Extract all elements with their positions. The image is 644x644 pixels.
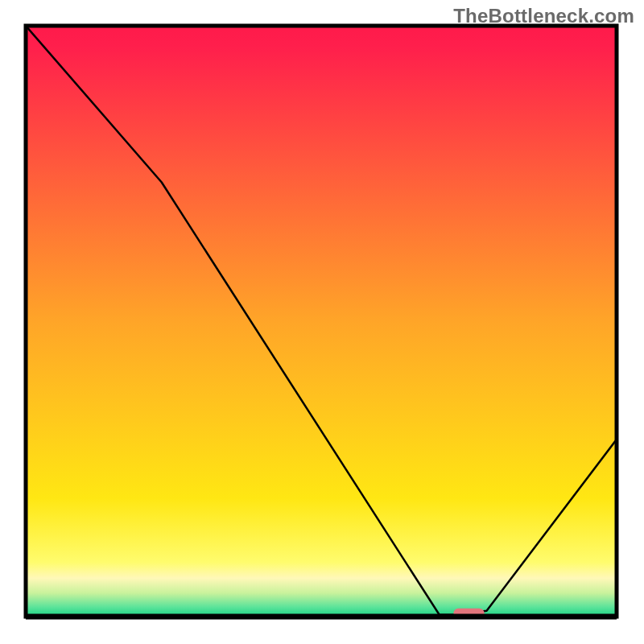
plot-background (26, 26, 617, 617)
watermark-text: TheBottleneck.com (453, 5, 634, 27)
chart-canvas: TheBottleneck.com (0, 0, 644, 644)
bottleneck-chart (0, 0, 644, 644)
